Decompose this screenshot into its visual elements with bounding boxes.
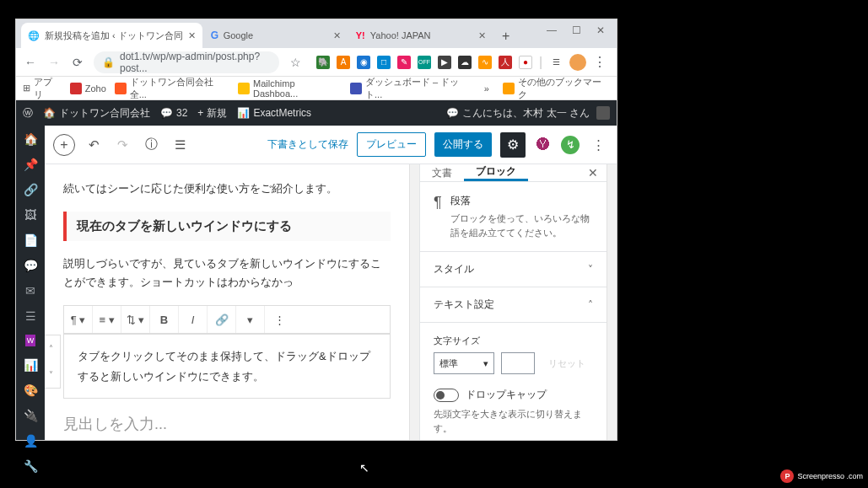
info-button[interactable]: ⓘ <box>141 135 161 155</box>
star-icon[interactable]: ☆ <box>288 56 303 69</box>
comments-icon[interactable]: 💬 <box>24 259 38 272</box>
close-icon[interactable]: ✕ <box>478 30 486 41</box>
reload-icon[interactable]: ⟳ <box>70 56 85 69</box>
browser-tab[interactable]: G Google ✕ <box>204 23 348 48</box>
url-field[interactable]: 🔒 dot1.tv/wp/wp-admin/post.php?post... <box>94 51 279 73</box>
monsterinsights-icon[interactable]: ↯ <box>561 136 580 154</box>
selected-paragraph-block[interactable]: ˄ ˅ タブをクリックしてそのまま保持して、ドラッグ&ドロップすると新しいウイン… <box>63 334 391 399</box>
add-block-button[interactable]: + <box>53 134 75 156</box>
wordpress-icon[interactable]: ⓦ <box>23 106 33 121</box>
profile-avatar[interactable] <box>569 54 586 71</box>
move-down-button[interactable]: ˅ <box>45 362 60 388</box>
extension-icon[interactable]: ● <box>519 56 532 69</box>
extension-icon[interactable]: 人 <box>499 56 512 69</box>
tab-block[interactable]: ブロック <box>464 164 528 181</box>
settings-button[interactable]: ⚙ <box>500 132 526 158</box>
save-draft-link[interactable]: 下書きとして保存 <box>267 137 348 152</box>
new-link[interactable]: +新規 <box>197 106 227 121</box>
tools-icon[interactable]: 🔧 <box>24 459 38 473</box>
undo-button[interactable]: ↶ <box>84 135 104 155</box>
extension-icon[interactable]: ☁ <box>458 56 472 69</box>
bookmarks-overflow[interactable]: » <box>484 83 489 94</box>
editor-canvas[interactable]: 続いてはシーンに応じた便利な使い方をご紹介します。 現在のタブを新しいウインドウ… <box>45 164 409 440</box>
close-icon[interactable]: ✕ <box>333 30 341 41</box>
dropcap-toggle[interactable] <box>434 389 459 402</box>
extension-icon[interactable]: ☰ <box>549 56 563 69</box>
comments-link[interactable]: 💬32 <box>160 107 187 119</box>
extension-icon[interactable]: □ <box>377 56 391 69</box>
italic-button[interactable]: I <box>179 306 208 333</box>
more-menu-button[interactable]: ⋮ <box>588 135 608 155</box>
appearance-icon[interactable]: 🎨 <box>24 383 38 397</box>
link-button[interactable]: 🔗 <box>208 306 236 333</box>
plugins-icon[interactable]: 🔌 <box>24 409 38 422</box>
users-icon[interactable]: 👤 <box>24 434 38 448</box>
maximize-icon[interactable]: ☐ <box>572 24 581 36</box>
menu-icon[interactable]: ⋮ <box>593 54 606 70</box>
close-sidebar-button[interactable]: ✕ <box>588 166 598 180</box>
other-bookmarks[interactable]: その他のブックマーク <box>503 76 610 101</box>
back-icon[interactable]: ← <box>23 56 38 69</box>
close-icon[interactable]: ✕ <box>188 30 196 41</box>
more-format-button[interactable]: ▾ <box>236 306 265 333</box>
bold-button[interactable]: B <box>150 306 179 333</box>
extension-icon[interactable]: ∿ <box>478 56 492 69</box>
bookmark-item[interactable]: Zoho <box>70 83 106 94</box>
minimize-icon[interactable]: — <box>547 24 557 36</box>
extension-icon[interactable]: 🐘 <box>316 56 330 69</box>
bookmark-item[interactable]: ダッシュボード – ドット... <box>350 76 476 101</box>
text-settings-panel-header[interactable]: テキスト設定 ˄ <box>420 287 607 323</box>
link-icon[interactable]: 🔗 <box>24 183 38 196</box>
sidebar-scrollbar[interactable] <box>607 164 617 440</box>
stats-icon[interactable]: 📊 <box>24 358 38 372</box>
align-button[interactable]: ≡ ▾ <box>93 306 121 333</box>
font-size-select[interactable]: 標準▾ <box>434 352 494 374</box>
pages-icon[interactable]: 📄 <box>24 233 38 247</box>
wp-icon[interactable]: W <box>25 335 36 346</box>
heading-block[interactable]: 現在のタブを新しいウインドウにする <box>63 212 391 241</box>
style-panel[interactable]: スタイル ˅ <box>420 252 607 287</box>
site-link[interactable]: 🏠ドットワン合同会社 <box>43 106 150 121</box>
extension-icon[interactable]: A <box>337 56 350 69</box>
redo-button[interactable]: ↷ <box>112 135 132 155</box>
forward-icon[interactable]: → <box>46 56 62 69</box>
list-icon[interactable]: ☰ <box>25 309 36 323</box>
browser-tab-active[interactable]: 🌐 新規投稿を追加 ‹ ドットワン合同 ✕ <box>21 23 202 48</box>
font-size-input[interactable] <box>501 352 535 374</box>
media-icon[interactable]: 🖼 <box>24 208 36 222</box>
transform-button[interactable]: ⇅ ▾ <box>121 306 150 333</box>
dashboard-icon[interactable]: 🏠 <box>24 132 38 146</box>
publish-button[interactable]: 公開する <box>434 132 492 157</box>
close-icon[interactable]: ✕ <box>596 24 605 36</box>
browser-tab[interactable]: Y! Yahoo! JAPAN ✕ <box>349 23 493 48</box>
greeting[interactable]: 💬こんにちは、木村 太一 さん <box>446 106 610 121</box>
paragraph-block[interactable]: 続いてはシーンに応じた便利な使い方をご紹介します。 <box>63 180 391 198</box>
yoast-icon[interactable]: 🅨 <box>534 136 553 154</box>
extension-icon[interactable]: ✎ <box>397 56 411 69</box>
bookmark-item[interactable]: Mailchimp Dashboa... <box>238 78 342 99</box>
wp-body: 🏠 📌 🔗 🖼 📄 💬 ✉ ☰ W 📊 🎨 🔌 👤 🔧 + ↶ ↷ ⓘ ☰ <box>16 126 617 440</box>
block-text[interactable]: タブをクリックしてそのまま保持して、ドラッグ&ドロップすると新しいウインドウにで… <box>78 350 370 382</box>
outline-button[interactable]: ☰ <box>170 135 190 155</box>
exactmetrics-link[interactable]: 📊ExactMetrics <box>237 107 311 119</box>
mail-icon[interactable]: ✉ <box>25 284 35 298</box>
tab-document[interactable]: 文書 <box>420 164 464 181</box>
heading-placeholder[interactable]: 見出しを入力... <box>63 414 391 434</box>
move-up-button[interactable]: ˄ <box>45 335 60 362</box>
browser-window: 🌐 新規投稿を追加 ‹ ドットワン合同 ✕ G Google ✕ Y! Yaho… <box>15 19 617 441</box>
dropcap-label: ドロップキャップ <box>466 388 547 402</box>
preview-button[interactable]: プレビュー <box>357 132 426 157</box>
pin-icon[interactable]: 📌 <box>24 158 38 171</box>
comment-icon: 💬 <box>160 107 173 119</box>
bookmark-item[interactable]: ドットワン合同会社全... <box>115 76 229 101</box>
apps-button[interactable]: ⊞アプリ <box>23 76 62 101</box>
extension-icon[interactable]: OFF <box>418 56 431 69</box>
new-tab-button[interactable]: + <box>494 24 518 48</box>
block-type-button[interactable]: ¶ ▾ <box>64 306 93 333</box>
block-more-button[interactable]: ⋮ <box>265 306 294 333</box>
reset-button[interactable]: リセット <box>542 354 592 373</box>
canvas-scrollbar[interactable] <box>409 164 419 440</box>
paragraph-block[interactable]: 説明しづらいですが、見ているタブを新しいウインドウにすることができます。ショート… <box>63 255 391 292</box>
extension-icon[interactable]: ◉ <box>357 56 370 69</box>
extension-icon[interactable]: ▶ <box>438 56 451 69</box>
